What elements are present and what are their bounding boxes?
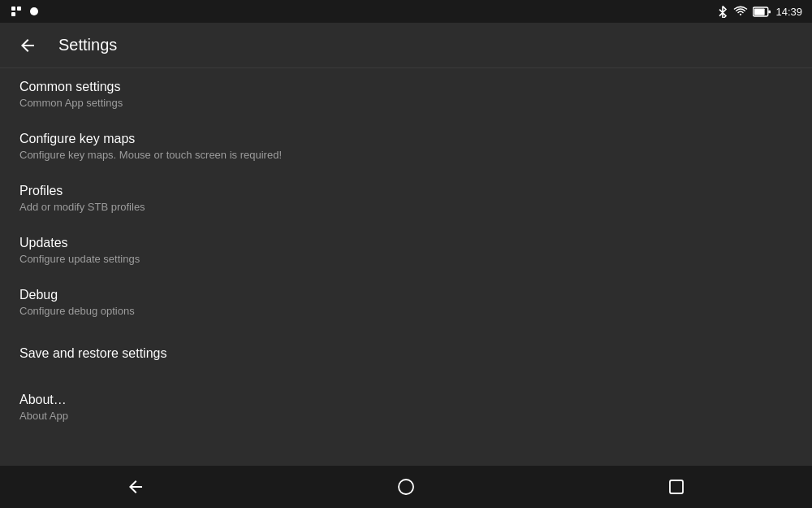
wifi-icon xyxy=(733,6,748,17)
updates-subtitle: Configure update settings xyxy=(19,253,793,265)
svg-rect-0 xyxy=(11,7,15,11)
battery-icon xyxy=(753,7,771,17)
bluetooth-icon xyxy=(717,5,728,18)
profiles-title: Profiles xyxy=(19,184,793,198)
common-settings-subtitle: Common App settings xyxy=(19,97,793,109)
settings-item-about[interactable]: About… About App xyxy=(0,381,812,433)
settings-item-save-restore[interactable]: Save and restore settings xyxy=(0,335,812,375)
settings-divider xyxy=(0,328,812,335)
app-icon-1 xyxy=(10,5,23,18)
app-bar-title: Settings xyxy=(58,36,117,54)
status-time: 14:39 xyxy=(775,6,802,18)
profiles-subtitle: Add or modify STB profiles xyxy=(19,201,793,213)
nav-back-button[interactable] xyxy=(111,471,160,503)
back-button[interactable] xyxy=(13,31,42,60)
settings-list: Common settings Common App settings Conf… xyxy=(0,68,812,466)
settings-item-common[interactable]: Common settings Common App settings xyxy=(0,68,812,120)
svg-rect-5 xyxy=(754,8,765,15)
nav-home-button[interactable] xyxy=(382,471,430,503)
keymaps-title: Configure key maps xyxy=(19,132,793,146)
settings-item-updates[interactable]: Updates Configure update settings xyxy=(0,224,812,276)
updates-title: Updates xyxy=(19,236,793,250)
debug-subtitle: Configure debug options xyxy=(19,305,793,317)
status-bar-left xyxy=(10,5,41,18)
svg-point-3 xyxy=(30,7,38,15)
settings-item-debug[interactable]: Debug Configure debug options xyxy=(0,276,812,328)
debug-title: Debug xyxy=(19,288,793,302)
svg-rect-1 xyxy=(17,7,21,11)
app-icon-2 xyxy=(28,5,41,18)
save-restore-title: Save and restore settings xyxy=(19,346,793,361)
app-bar: Settings xyxy=(0,23,812,68)
svg-point-7 xyxy=(399,480,413,494)
status-bar: 14:39 xyxy=(0,0,812,23)
settings-item-profiles[interactable]: Profiles Add or modify STB profiles xyxy=(0,172,812,224)
status-bar-right: 14:39 xyxy=(717,5,802,18)
about-title: About… xyxy=(19,393,793,407)
about-subtitle: About App xyxy=(19,410,793,422)
svg-rect-8 xyxy=(670,480,683,493)
settings-item-keymaps[interactable]: Configure key maps Configure key maps. M… xyxy=(0,120,812,172)
svg-rect-2 xyxy=(11,12,15,16)
settings-divider-2 xyxy=(0,375,812,381)
common-settings-title: Common settings xyxy=(19,80,793,94)
nav-recents-button[interactable] xyxy=(652,471,701,503)
svg-rect-6 xyxy=(769,10,771,13)
nav-bar xyxy=(0,466,812,508)
keymaps-subtitle: Configure key maps. Mouse or touch scree… xyxy=(19,149,793,161)
